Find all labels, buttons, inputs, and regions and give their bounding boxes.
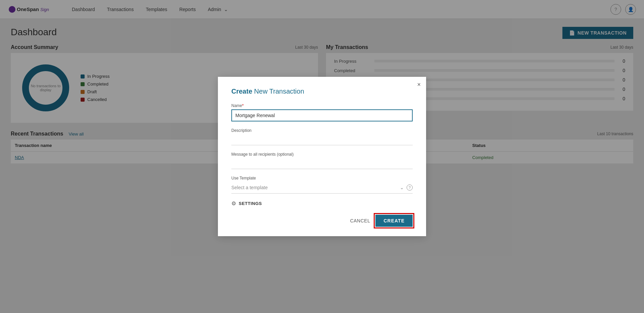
modal-footer: CANCEL CREATE (231, 215, 413, 227)
settings-gear-icon: ⚙ (231, 200, 236, 207)
message-input[interactable] (231, 158, 413, 169)
template-help-icon[interactable]: ? (407, 185, 413, 191)
modal-title: Create New Transaction (231, 88, 413, 95)
name-label: Name* (231, 103, 413, 108)
template-field-group: Use Template Select a template ⌄ ? (231, 176, 413, 194)
modal-close-button[interactable]: × (417, 82, 421, 88)
message-label: Message to all recipients (optional) (231, 152, 413, 157)
description-input[interactable] (231, 134, 413, 145)
settings-row[interactable]: ⚙ SETTINGS (231, 200, 413, 207)
name-required-indicator: * (242, 103, 244, 108)
modal-overlay[interactable]: × Create New Transaction Name* Descripti… (0, 0, 644, 313)
description-field-group: Description (231, 128, 413, 145)
settings-label: SETTINGS (239, 201, 262, 206)
create-button[interactable]: CREATE (375, 215, 413, 227)
description-label: Description (231, 128, 413, 133)
name-field-group: Name* (231, 103, 413, 121)
modal-title-create: Create (231, 88, 252, 95)
template-select[interactable]: Select a template (231, 185, 400, 190)
name-input[interactable] (231, 109, 413, 121)
message-field-group: Message to all recipients (optional) (231, 152, 413, 169)
use-template-label: Use Template (231, 176, 413, 180)
cancel-button[interactable]: CANCEL (350, 218, 370, 223)
modal-title-rest: New Transaction (252, 88, 304, 95)
chevron-down-icon: ⌄ (400, 185, 404, 190)
template-select-wrapper: Select a template ⌄ ? (231, 182, 413, 194)
modal: × Create New Transaction Name* Descripti… (218, 77, 426, 236)
